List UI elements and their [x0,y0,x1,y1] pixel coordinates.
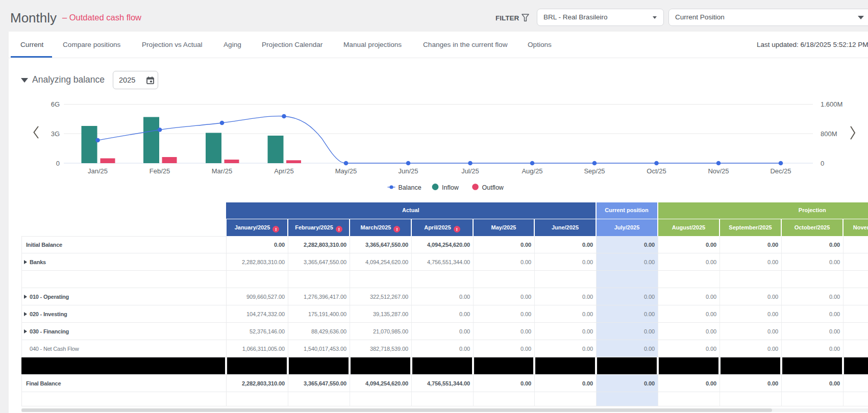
svg-text:Jan/25: Jan/25 [88,167,108,175]
svg-text:Apr/25: Apr/25 [274,167,293,175]
svg-text:3G: 3G [51,130,60,138]
svg-text:Balance: Balance [399,184,421,191]
svg-text:Sep/25: Sep/25 [584,167,605,175]
svg-text:Inflow: Inflow [442,184,459,191]
svg-text:May/25: May/25 [335,167,357,175]
svg-text:Oct/25: Oct/25 [647,167,666,175]
svg-text:Aug/25: Aug/25 [522,167,542,175]
svg-text:0: 0 [821,160,824,167]
svg-text:Jul/25: Jul/25 [461,167,479,175]
svg-text:800M: 800M [821,130,837,138]
svg-text:Dec/25: Dec/25 [770,167,791,175]
svg-text:Outflow: Outflow [482,184,504,191]
svg-text:Mar/25: Mar/25 [212,167,232,175]
svg-text:Jun/25: Jun/25 [398,167,418,175]
svg-text:0: 0 [56,160,60,167]
svg-text:1.600M: 1.600M [821,100,842,108]
svg-text:Feb/25: Feb/25 [150,167,170,175]
svg-text:Nov/25: Nov/25 [708,167,729,175]
svg-text:6G: 6G [51,100,60,108]
